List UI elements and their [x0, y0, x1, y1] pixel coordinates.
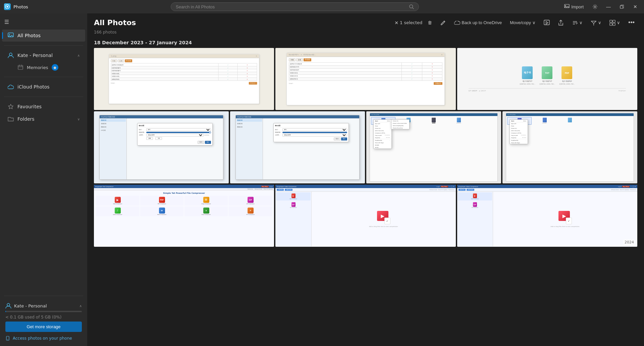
folders-icon: [7, 116, 14, 122]
share-button[interactable]: [555, 18, 567, 27]
search-container: [28, 2, 561, 11]
sidebar-divider-3: [4, 97, 83, 97]
access-phone-text: Access photos on your phone: [13, 336, 72, 341]
minimize-button[interactable]: —: [604, 2, 613, 11]
get-storage-button[interactable]: Get more storage: [5, 322, 82, 332]
view-icon: [609, 20, 615, 26]
photo-thumb-2[interactable]: Word转PDF+ ↔ PDF转Word转... ✕ 功能 合集 华合版: [275, 48, 455, 110]
restore-icon: [620, 5, 624, 9]
kate-bottom-chevron: ∧: [79, 304, 82, 308]
sidebar-item-favourites[interactable]: Favourites: [2, 101, 85, 113]
search-bar[interactable]: [171, 2, 419, 11]
all-photos-icon: [7, 32, 14, 39]
photo-row-3: Kingshiper File Compressor Buy Now Login…: [94, 185, 637, 247]
movecopy-label: Move/copy: [510, 20, 531, 25]
photo-thumb-5[interactable]: KingShiper视频压缩器 视频压缩 音频压缩 图像压缩: [230, 111, 365, 183]
edit-button[interactable]: [437, 18, 449, 27]
memories-badge: ●: [52, 64, 58, 71]
svg-point-15: [7, 303, 10, 306]
svg-point-1: [7, 6, 8, 8]
memories-label: Memories: [27, 65, 48, 70]
titlebar-controls: Import — ✕: [561, 2, 640, 11]
sidebar-group-kate[interactable]: Kate - Personal ∧: [2, 49, 85, 61]
sort-chevron: ∨: [579, 20, 583, 25]
content-area: All Photos ✕ 1 selected 🗑 Back up to One…: [87, 13, 644, 346]
photo-thumb-1[interactable]: 1.png ✕ 功能 合集 华合版: [94, 48, 274, 110]
settings-icon: [592, 4, 598, 9]
kate-label: Kate - Personal: [17, 53, 74, 58]
app-title: Photos: [13, 4, 28, 9]
share-icon: [558, 20, 564, 26]
svg-rect-24: [610, 20, 612, 22]
more-button[interactable]: •••: [626, 17, 637, 28]
svg-point-9: [9, 34, 10, 35]
photo-thumb-10[interactable]: Kingshiper Video Compressor Login Buy No…: [457, 185, 637, 247]
titlebar: Photos Import — ✕: [0, 0, 644, 13]
svg-point-2: [409, 5, 413, 8]
svg-rect-27: [613, 23, 615, 25]
photo-thumb-7[interactable]: Love Story文件夹 Love Story.D... Love Story…: [502, 111, 637, 183]
slideshow-button[interactable]: [541, 18, 552, 27]
selection-clear[interactable]: ✕ 1 selected: [394, 20, 422, 25]
import-button[interactable]: Import: [561, 3, 586, 11]
restore-button[interactable]: [617, 2, 627, 11]
sidebar-divider-2: [4, 77, 83, 77]
svg-point-10: [9, 53, 12, 56]
sort-button[interactable]: ∨: [569, 18, 585, 27]
filter-chevron: ∨: [598, 20, 601, 25]
favourites-icon: [7, 103, 14, 110]
filter-button[interactable]: ∨: [588, 18, 604, 27]
delete-icon: 🗑: [428, 20, 432, 25]
sidebar-item-memories[interactable]: Memories ●: [2, 62, 85, 73]
sidebar-divider-bottom: [4, 296, 83, 296]
close-button[interactable]: ✕: [631, 2, 640, 11]
settings-button[interactable]: [590, 2, 600, 11]
svg-line-3: [412, 8, 414, 9]
view-chevron: ∨: [617, 20, 620, 25]
delete-button[interactable]: 🗑: [425, 18, 435, 27]
photo-thumb-3[interactable]: 电子书 电子书转TXT 支持EPUB, AZWS, FB2... TXT 电: [457, 48, 637, 110]
search-icon: [409, 4, 414, 9]
import-icon: [564, 4, 570, 9]
kate-icon: [7, 52, 14, 59]
storage-bar-fill: [5, 311, 6, 312]
sidebar-item-folders[interactable]: Folders ∨: [2, 113, 85, 125]
clear-x[interactable]: ✕: [394, 20, 398, 25]
edit-icon: [440, 20, 446, 26]
svg-point-5: [565, 5, 566, 6]
icloud-label: iCloud Photos: [17, 84, 80, 90]
more-icon: •••: [628, 19, 635, 26]
folders-label: Folders: [17, 116, 74, 122]
app-icon: [4, 3, 11, 10]
access-phone-link[interactable]: Access photos on your phone: [5, 335, 82, 342]
sidebar-item-all-photos[interactable]: All Photos: [2, 30, 85, 42]
photo-thumb-6[interactable]: Love Story文件夹 Love Story...: [366, 111, 501, 183]
sidebar-section-kate: Kate - Personal ∧ Memories ●: [0, 48, 87, 75]
backup-button[interactable]: Back up to OneDrive: [451, 18, 504, 27]
movecopy-button[interactable]: Move/copy ∨: [507, 18, 538, 27]
subtitle: 166 photos: [87, 30, 644, 37]
svg-point-6: [594, 6, 596, 8]
search-input[interactable]: [176, 4, 406, 9]
icloud-icon: [7, 83, 14, 90]
kate-chevron: ∧: [77, 54, 80, 57]
photo-thumb-4[interactable]: KingShiper视频压缩器 视频压缩 音频压缩 图像压缩 GIF压缩: [94, 111, 229, 183]
photo-thumb-9[interactable]: Kingshiper Video Compressor Login Buy No…: [275, 185, 455, 247]
sidebar-section-favs: Favourites Folders ∨: [0, 99, 87, 127]
svg-rect-11: [18, 65, 23, 69]
view-button[interactable]: ∨: [607, 18, 623, 27]
svg-rect-18: [544, 20, 549, 25]
movecopy-chevron: ∨: [532, 20, 536, 25]
phone-icon: [5, 336, 10, 341]
hamburger-button[interactable]: ☰: [0, 16, 13, 28]
sidebar-item-icloud[interactable]: iCloud Photos: [2, 81, 85, 93]
app-body: ☰ All Photos Kate - Personal ∧: [0, 13, 644, 346]
folders-chevron: ∨: [77, 117, 80, 121]
page-title: All Photos: [94, 18, 136, 27]
all-photos-label: All Photos: [17, 33, 80, 38]
svg-rect-25: [613, 20, 615, 22]
photo-thumb-8[interactable]: Kingshiper File Compressor Buy Now Login…: [94, 185, 274, 247]
sidebar: ☰ All Photos Kate - Personal ∧: [0, 13, 87, 346]
photo-grid: 1.png ✕ 功能 合集 华合版: [87, 48, 644, 346]
slideshow-icon: [544, 20, 550, 26]
